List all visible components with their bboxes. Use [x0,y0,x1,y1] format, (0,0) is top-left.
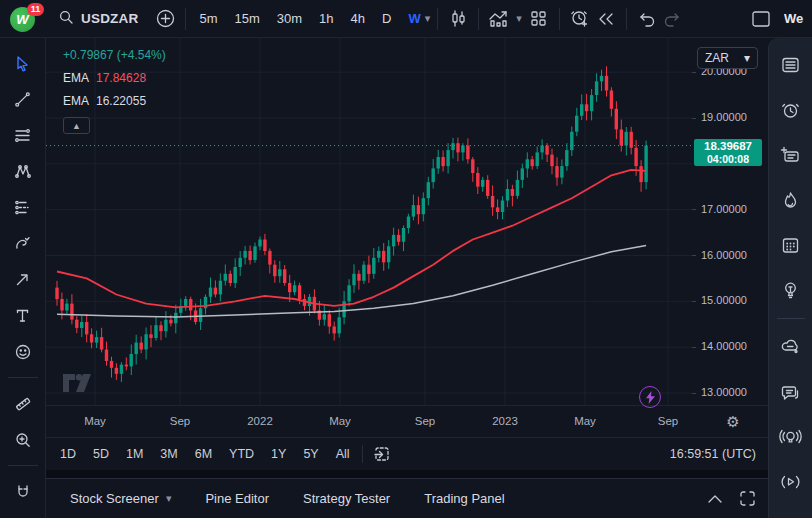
tradingview-watermark-logo [63,374,93,399]
panel-divider [46,470,768,478]
indicator-label: EMA [63,71,89,85]
watchlist-icon[interactable] [778,52,804,78]
toolbar-separator [8,465,38,466]
interval-chevron-down-icon[interactable]: ▾ [425,13,431,24]
range-button-1Y[interactable]: 1Y [269,445,288,463]
create-alert-button[interactable] [567,6,593,32]
symbol-name: USDZAR [81,11,138,26]
hotlists-flame-icon[interactable] [778,187,804,213]
time-axis-label: 2023 [483,415,527,427]
price-scale[interactable]: ZAR ▾ 18.39687 04:00:08 20.0000019.00000… [692,38,768,405]
indicator-row-ema-slow[interactable]: EMA16.22055 [63,94,166,108]
quick-action-flash-button[interactable] [639,386,661,408]
streams-play-icon[interactable] [778,469,804,495]
price-axis-tick [692,72,696,73]
currency-chevron-down-icon: ▾ [744,52,750,64]
interval-button-D[interactable]: D [382,11,391,26]
range-buttons: 1D5D1M3M6MYTD1Y5YAll [58,445,352,463]
chart-region: +0.79867 (+4.54%) EMA17.84628 EMA16.2205… [46,38,768,518]
pattern-xabcd-tool-button[interactable] [9,158,37,185]
indicators-chevron-down-icon[interactable]: ▾ [516,13,522,24]
measure-ruler-button[interactable] [9,390,37,417]
bar-replay-button[interactable] [593,6,619,32]
toolbar-separator [478,8,479,30]
arrow-tool-button[interactable] [9,266,37,293]
range-button-5Y[interactable]: 5Y [301,445,320,463]
emoji-tool-button[interactable] [9,338,37,365]
notes-add-icon[interactable] [778,142,804,168]
time-axis-label: May [73,415,117,427]
interval-button-5m[interactable]: 5m [199,11,217,26]
panel-maximize-button[interactable] [739,490,756,507]
economic-calendar-icon[interactable] [778,232,804,258]
tradingview-app: W 11 USDZAR 5m15m30m1h4hDW ▾ ▾ [0,0,812,518]
alerts-clock-icon[interactable] [778,97,804,123]
ema-fast-line [57,170,646,307]
go-to-date-button[interactable] [373,445,391,463]
prediction-tool-button[interactable] [9,194,37,221]
tab-stock-screener[interactable]: Stock Screener ▾ [70,491,171,506]
cursor-tool-button[interactable] [9,50,37,77]
chart-type-candles-button[interactable] [445,6,471,32]
price-axis-label: 15.00000 [701,294,747,306]
indicator-row-ema-fast[interactable]: EMA17.84628 [63,71,166,85]
main-menu-logo[interactable]: W 11 [8,4,42,34]
brush-tool-button[interactable] [9,230,37,257]
indicators-button[interactable] [486,6,512,32]
undo-button[interactable] [634,6,660,32]
range-button-5D[interactable]: 5D [91,445,111,463]
chat-icon[interactable] [778,379,804,405]
layout-templates-button[interactable] [526,6,552,32]
ideas-bulb-icon[interactable] [778,277,804,303]
magnet-mode-button[interactable] [9,478,37,505]
live-ideas-broadcast-icon[interactable] [778,424,804,450]
range-button-All[interactable]: All [334,445,352,463]
minds-cloud-icon[interactable] [778,334,804,360]
price-axis-label: 13.00000 [701,386,747,398]
text-tool-button[interactable] [9,302,37,329]
legend-collapse-button[interactable]: ▲ [63,117,90,134]
tab-strategy-tester[interactable]: Strategy Tester [303,491,390,506]
range-button-1D[interactable]: 1D [58,445,78,463]
range-button-1M[interactable]: 1M [124,445,145,463]
price-axis-tick [692,301,696,302]
toolbar-separator [8,377,38,378]
tab-label: Pine Editor [205,491,269,506]
price-axis-label: 19.00000 [701,111,747,123]
range-button-YTD[interactable]: YTD [227,445,256,463]
interval-button-W[interactable]: W [408,11,420,26]
toolbar-separator [559,8,560,30]
fib-retracement-tool-button[interactable] [9,122,37,149]
compare-add-symbol-button[interactable] [152,6,178,32]
top-toolbar: W 11 USDZAR 5m15m30m1h4hDW ▾ ▾ [0,0,812,38]
toolbar-separator [626,8,627,30]
price-axis-tick [692,118,696,119]
symbol-change-text: +0.79867 (+4.54%) [63,48,166,62]
price-axis-tick [692,255,696,256]
interval-button-4h[interactable]: 4h [351,11,365,26]
range-button-6M[interactable]: 6M [193,445,214,463]
tab-trading-panel[interactable]: Trading Panel [424,491,504,506]
time-axis-label: May [563,415,607,427]
price-axis-label: 14.00000 [701,340,747,352]
interval-button-15m[interactable]: 15m [235,11,260,26]
currency-dropdown[interactable]: ZAR ▾ [697,47,758,69]
interval-button-30m[interactable]: 30m [277,11,302,26]
zoom-in-button[interactable] [9,426,37,453]
trend-line-tool-button[interactable] [9,86,37,113]
fullscreen-button[interactable] [748,6,774,32]
interval-button-1h[interactable]: 1h [319,11,333,26]
symbol-search-button[interactable]: USDZAR [58,9,138,29]
right-sidebar [768,38,812,518]
tab-pine-editor[interactable]: Pine Editor [205,491,269,506]
panel-expand-chevron-up-button[interactable] [707,494,723,504]
time-axis[interactable]: ⚙ MaySep2022MaySep2023MaySep [46,405,768,437]
screener-chevron-down-icon: ▾ [166,493,172,504]
server-time-clock[interactable]: 16:59:51 (UTC) [670,447,758,461]
redo-button[interactable] [660,6,686,32]
time-axis-label: May [318,415,362,427]
tab-label: Stock Screener [70,491,159,506]
range-button-3M[interactable]: 3M [158,445,179,463]
axis-settings-gear-icon[interactable]: ⚙ [722,411,744,433]
tab-label: Trading Panel [424,491,504,506]
